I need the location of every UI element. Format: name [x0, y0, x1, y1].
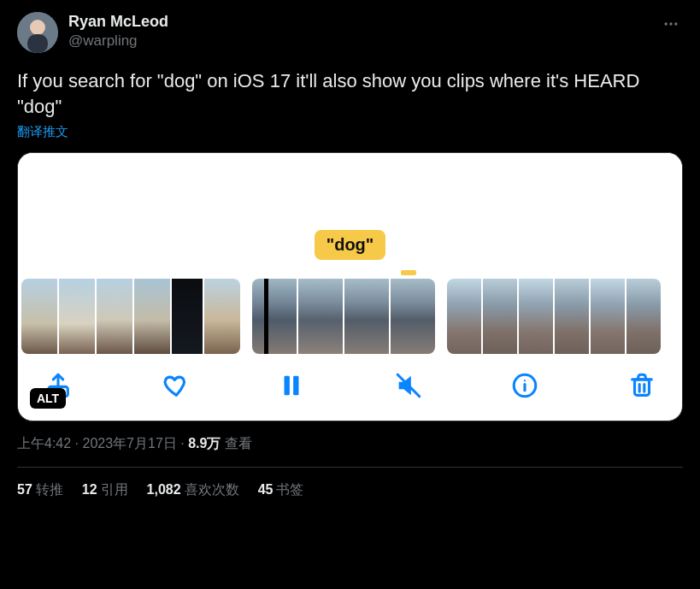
quotes[interactable]: 12引用 [82, 481, 128, 499]
svg-rect-7 [285, 376, 290, 396]
trash-icon [627, 371, 656, 400]
clip-thumbnail[interactable] [21, 279, 240, 354]
tweet-time[interactable]: 上午4:42 [17, 436, 71, 451]
svg-rect-8 [293, 376, 298, 396]
tag-row: "dog" [18, 230, 682, 260]
more-button[interactable] [659, 12, 683, 36]
clip-thumbnail[interactable] [447, 279, 661, 354]
views-label: 查看 [221, 436, 251, 451]
views-count: 8.9万 [188, 436, 221, 451]
pause-icon [277, 371, 306, 400]
svg-rect-13 [634, 380, 649, 395]
tweet-text: If you search for "dog" on iOS 17 it'll … [17, 68, 683, 119]
tweet-container: Ryan McLeod @warpling If you search for … [0, 0, 700, 499]
svg-point-12 [524, 380, 526, 382]
clip-thumbnail[interactable] [252, 279, 435, 354]
meta-row: 上午4:42 · 2023年7月17日 · 8.9万 查看 [17, 435, 683, 453]
handle: @warpling [68, 32, 168, 50]
info-button[interactable] [510, 371, 539, 400]
filmstrip[interactable] [18, 279, 682, 354]
avatar[interactable] [17, 12, 58, 53]
translate-link[interactable]: 翻译推文 [17, 124, 683, 140]
svg-rect-2 [27, 34, 48, 53]
search-term-tag: "dog" [315, 230, 386, 260]
likes[interactable]: 1,082喜欢次数 [147, 481, 239, 499]
stats-row: 57转推 12引用 1,082喜欢次数 45书签 [17, 468, 683, 499]
media-card[interactable]: "dog" [17, 152, 683, 421]
delete-button[interactable] [627, 371, 656, 400]
info-icon [510, 371, 539, 400]
tweet-header: Ryan McLeod @warpling [17, 12, 683, 53]
retweets[interactable]: 57转推 [17, 481, 63, 499]
tweet-date[interactable]: 2023年7月17日 [82, 436, 176, 451]
media-toolbar [18, 354, 682, 421]
like-button[interactable] [161, 371, 190, 400]
svg-point-3 [665, 22, 668, 25]
playhead-marker [18, 263, 682, 279]
bookmarks[interactable]: 45书签 [258, 481, 304, 499]
mute-icon [394, 371, 423, 400]
more-icon [662, 15, 679, 32]
svg-point-4 [669, 22, 672, 25]
pause-button[interactable] [277, 371, 306, 400]
svg-point-1 [30, 20, 45, 35]
playhead[interactable] [264, 279, 268, 354]
media-top-spacer [18, 153, 682, 230]
svg-point-5 [674, 22, 677, 25]
display-name: Ryan McLeod [68, 12, 168, 32]
alt-badge[interactable]: ALT [30, 388, 66, 409]
heart-icon [161, 371, 190, 400]
mute-button[interactable] [394, 371, 423, 400]
author-names[interactable]: Ryan McLeod @warpling [68, 12, 168, 50]
